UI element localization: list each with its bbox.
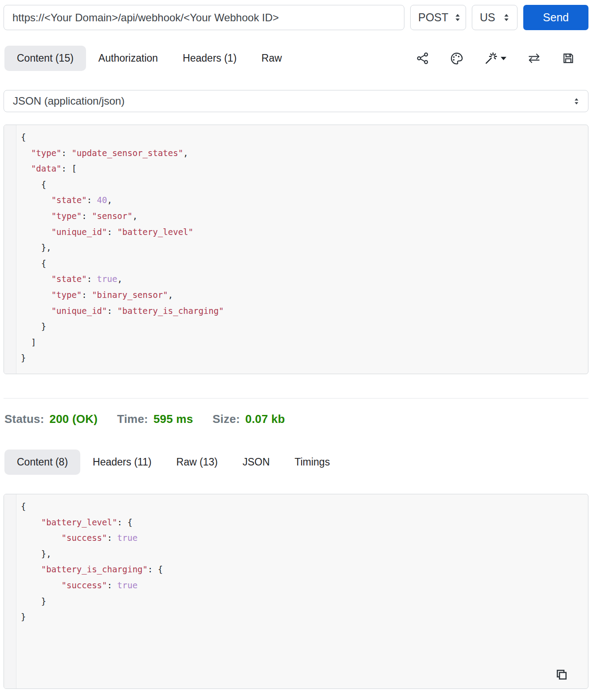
request-body-editor[interactable]: { "type": "update_sensor_states", "data"… — [4, 125, 588, 374]
style-button[interactable] — [450, 51, 464, 66]
tab-request-content[interactable]: Content (15) — [4, 46, 86, 71]
send-button[interactable]: Send — [523, 5, 588, 30]
swap-request-button[interactable] — [527, 51, 541, 66]
tab-response-content[interactable]: Content (8) — [4, 450, 80, 475]
viewer-gutter — [4, 494, 16, 688]
tab-request-raw[interactable]: Raw — [249, 46, 294, 71]
updown-caret-icon — [574, 95, 579, 107]
content-type-value: JSON (application/json) — [13, 95, 125, 107]
palette-icon — [450, 51, 464, 66]
method-select-value: POST — [418, 11, 448, 24]
copy-response-button[interactable] — [552, 665, 568, 683]
tab-response-raw[interactable]: Raw (13) — [164, 450, 230, 475]
region-select[interactable]: US — [472, 5, 518, 30]
time-value: 595 ms — [153, 412, 193, 426]
request-bar: POST US Send — [4, 5, 588, 30]
region-select-value: US — [480, 11, 495, 24]
tab-response-headers[interactable]: Headers (11) — [80, 450, 164, 475]
updown-caret-icon — [503, 11, 510, 24]
tab-response-timings[interactable]: Timings — [282, 450, 342, 475]
response-body-viewer: { "battery_level": { "success": true }, … — [4, 494, 588, 689]
save-button[interactable] — [561, 51, 575, 65]
dropdown-caret-icon — [500, 56, 507, 61]
content-type-select[interactable]: JSON (application/json) — [4, 90, 588, 112]
section-divider — [4, 398, 588, 399]
tab-response-json[interactable]: JSON — [230, 450, 282, 475]
url-input[interactable] — [4, 5, 404, 30]
magic-wand-icon — [484, 51, 498, 66]
method-select[interactable]: POST — [410, 5, 466, 30]
response-body-code[interactable]: { "battery_level": { "success": true }, … — [16, 494, 588, 688]
request-toolbar — [416, 51, 588, 66]
save-icon — [561, 51, 575, 65]
copy-icon — [552, 676, 568, 683]
request-body-code[interactable]: { "type": "update_sensor_states", "data"… — [16, 125, 588, 374]
time-label: Time: — [117, 412, 148, 426]
editor-gutter — [4, 125, 16, 374]
response-tab-row: Content (8) Headers (11) Raw (13) JSON T… — [4, 450, 588, 475]
share-button[interactable] — [416, 51, 430, 65]
status-value: 200 (OK) — [50, 412, 98, 426]
swap-arrows-icon — [527, 51, 541, 66]
share-icon — [416, 51, 430, 65]
tab-request-authorization[interactable]: Authorization — [86, 46, 170, 71]
size-label: Size: — [212, 412, 240, 426]
response-status-bar: Status: 200 (OK) Time: 595 ms Size: 0.07… — [4, 412, 592, 426]
format-menu-button[interactable] — [484, 51, 507, 66]
tab-request-headers[interactable]: Headers (1) — [170, 46, 249, 71]
size-value: 0.07 kb — [245, 412, 285, 426]
status-label: Status: — [4, 412, 44, 426]
request-tab-row: Content (15) Authorization Headers (1) R… — [4, 46, 588, 71]
updown-caret-icon — [455, 11, 461, 24]
